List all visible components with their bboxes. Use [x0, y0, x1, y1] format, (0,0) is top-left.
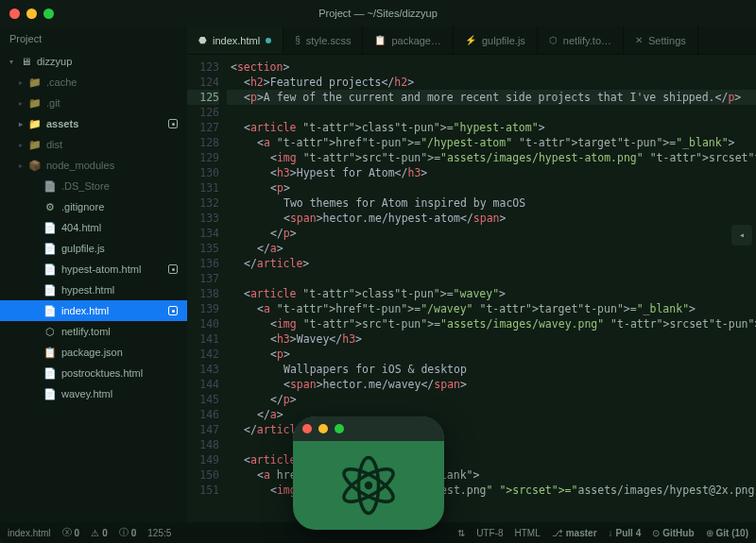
tree-item[interactable]: 📄.DS_Store [0, 176, 187, 196]
tab[interactable]: ⚡gulpfile.js [454, 26, 538, 54]
window-title: Project — ~/Sites/dizzyup [0, 8, 756, 19]
line-gutter: 1231241251261271281291301311321331341351… [187, 55, 227, 522]
tree-item[interactable]: 📄hypest.html [0, 280, 187, 300]
status-errors[interactable]: ⓧ 0 [62, 526, 80, 539]
status-branch[interactable]: ⎇ master [552, 528, 597, 538]
tree-item[interactable]: ⚙.gitignore [0, 196, 187, 217]
close-icon [302, 424, 312, 433]
tree-item[interactable]: 📄404.html [0, 217, 187, 238]
tree-item[interactable]: ⬡netlify.toml [0, 321, 187, 342]
tab[interactable]: §style.scss [284, 26, 363, 54]
tab[interactable]: ✕Settings [624, 26, 698, 54]
status-git[interactable]: ⊕ Git (10) [706, 528, 748, 538]
tree-item[interactable]: 📄index.html [0, 300, 187, 321]
modified-icon [168, 306, 178, 315]
atom-logo-icon [335, 452, 402, 518]
status-pull[interactable]: ↓ Pull 4 [609, 528, 642, 538]
minimize-icon [318, 424, 328, 433]
status-wifi-icon[interactable]: ⇅ [457, 528, 465, 538]
tab[interactable]: ⬣index.html [187, 26, 284, 54]
status-encoding[interactable]: UTF-8 [476, 528, 503, 538]
sidebar-title: Project [0, 26, 187, 51]
tab-bar[interactable]: ⬣index.html§style.scss📋package…⚡gulpfile… [187, 26, 756, 55]
fold-indicator-icon[interactable]: ◂ [731, 225, 752, 246]
tree-item[interactable]: 📄gulpfile.js [0, 238, 187, 259]
status-file[interactable]: index.html [8, 528, 51, 538]
titlebar: Project — ~/Sites/dizzyup [0, 0, 756, 26]
modified-icon [168, 119, 178, 128]
svg-point-3 [365, 482, 372, 489]
status-info[interactable]: ⓘ 0 [119, 526, 137, 539]
status-lang[interactable]: HTML [514, 528, 540, 538]
modified-icon [168, 264, 178, 274]
tree-item[interactable]: ▸📦node_modules [0, 155, 187, 176]
atom-app-icon [293, 416, 444, 530]
tree-item[interactable]: ▸📁dist [0, 134, 187, 155]
tree-item[interactable]: 📄hypest-atom.html [0, 259, 187, 280]
code-editor[interactable]: 1231241251261271281291301311321331341351… [187, 55, 756, 522]
tree-item[interactable]: ▸📁.git [0, 93, 187, 113]
tree-item[interactable]: ▾🖥dizzyup [0, 51, 187, 72]
status-github[interactable]: ⊙ GitHub [652, 528, 694, 538]
zoom-icon [335, 424, 344, 433]
status-cursor[interactable]: 125:5 [147, 528, 171, 538]
modified-dot-icon [266, 38, 271, 43]
tree-item[interactable]: 📄postrocktues.html [0, 363, 187, 383]
tree-item[interactable]: 📄wavey.html [0, 383, 187, 404]
tab[interactable]: ⬡netlify.to… [538, 26, 624, 54]
tree-item[interactable]: 📋package.json [0, 342, 187, 363]
tree-item[interactable]: ▸📁.cache [0, 72, 187, 93]
tree-item[interactable]: ▸📁assets [0, 113, 187, 134]
status-warnings[interactable]: ⚠ 0 [91, 528, 108, 538]
file-tree[interactable]: ▾🖥dizzyup▸📁.cache▸📁.git▸📁assets▸📁dist▸📦n… [0, 51, 187, 522]
sidebar: Project ▾🖥dizzyup▸📁.cache▸📁.git▸📁assets▸… [0, 26, 187, 522]
tab[interactable]: 📋package… [363, 26, 454, 54]
